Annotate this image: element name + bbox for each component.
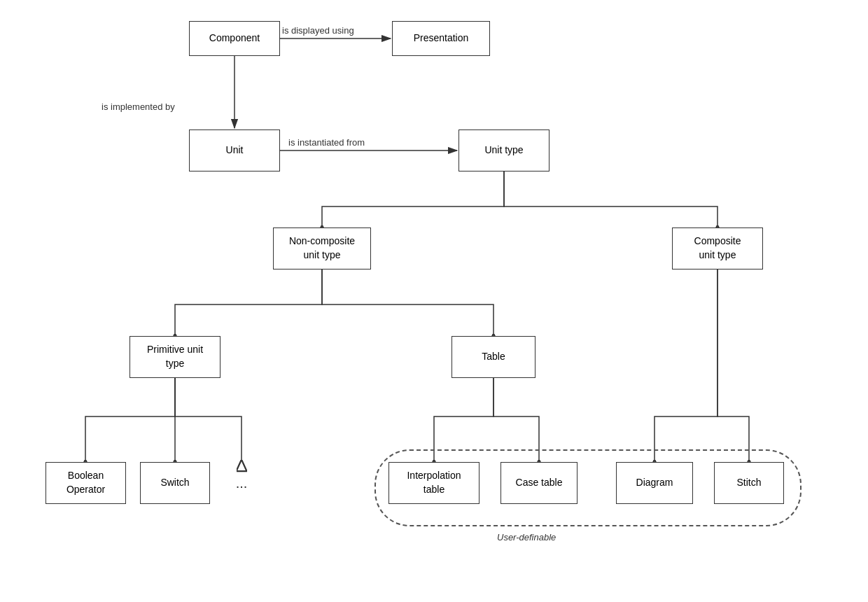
- user-definable-label: User-definable: [497, 532, 556, 542]
- table-box: Table: [451, 336, 536, 378]
- component-box: Component: [189, 21, 280, 56]
- label-instantiated-from: is instantiated from: [288, 137, 365, 148]
- non-composite-box: Non-composite unit type: [273, 227, 371, 270]
- presentation-box: Presentation: [392, 21, 490, 56]
- ellipsis-label: ...: [224, 462, 259, 504]
- composite-box: Composite unit type: [672, 227, 763, 270]
- unit-box: Unit: [189, 130, 280, 172]
- boolean-op-box: Boolean Operator: [46, 462, 126, 504]
- diagram: Component Presentation Unit Unit type No…: [0, 0, 868, 602]
- unit-type-box: Unit type: [458, 130, 550, 172]
- primitive-unit-box: Primitive unit type: [130, 336, 220, 378]
- switch-box: Switch: [140, 462, 210, 504]
- label-implemented-by: is implemented by: [102, 102, 175, 112]
- user-definable-outline: [374, 449, 802, 526]
- label-displayed-using: is displayed using: [282, 25, 354, 36]
